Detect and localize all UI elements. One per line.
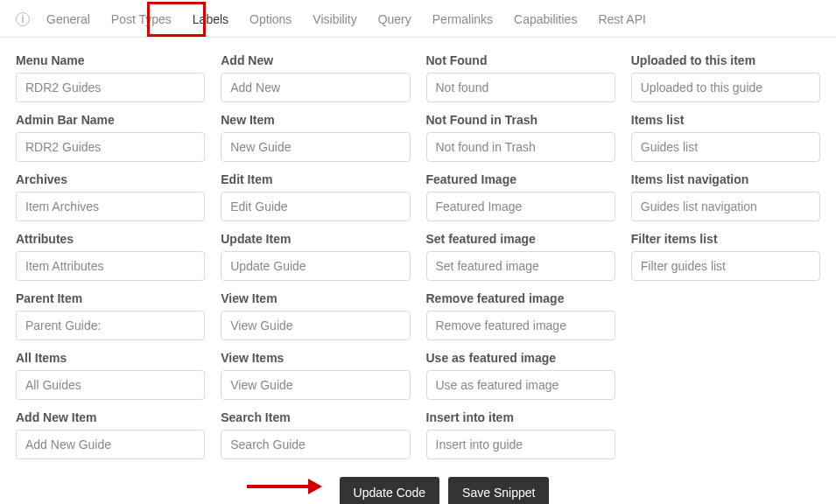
uploaded-to-label: Uploaded to this item	[631, 53, 820, 67]
archives-label: Archives	[16, 172, 205, 186]
archives-input[interactable]	[16, 192, 205, 221]
save-snippet-button[interactable]: Save Snippet	[448, 477, 549, 504]
column-2: Add New New Item Edit Item Update Item V…	[221, 53, 410, 470]
menu-name-label: Menu Name	[16, 53, 205, 67]
not-found-input[interactable]	[426, 73, 615, 102]
use-featured-input[interactable]	[426, 370, 615, 400]
view-item-input[interactable]	[221, 311, 410, 340]
remove-featured-label: Remove featured image	[426, 291, 615, 305]
update-item-input[interactable]	[221, 251, 410, 281]
action-buttons: Update Code Save Snippet	[16, 477, 820, 504]
update-item-label: Update Item	[221, 232, 410, 246]
admin-bar-name-input[interactable]	[16, 132, 205, 162]
view-items-label: View Items	[221, 351, 410, 365]
all-items-input[interactable]	[16, 370, 205, 400]
tab-general[interactable]: General	[39, 7, 98, 32]
column-4: Uploaded to this item Items list Items l…	[631, 53, 820, 470]
admin-bar-name-label: Admin Bar Name	[16, 113, 205, 127]
parent-item-input[interactable]	[16, 311, 205, 340]
use-featured-label: Use as featured image	[426, 351, 615, 365]
add-new-label: Add New	[221, 53, 410, 67]
add-new-item-label: Add New Item	[16, 410, 205, 424]
attributes-input[interactable]	[16, 251, 205, 281]
tab-visibility[interactable]: Visibility	[305, 7, 364, 32]
search-item-label: Search Item	[221, 410, 410, 424]
edit-item-input[interactable]	[221, 192, 410, 221]
view-items-input[interactable]	[221, 370, 410, 400]
labels-form: Menu Name Admin Bar Name Archives Attrib…	[0, 38, 836, 504]
featured-image-label: Featured Image	[426, 172, 615, 186]
not-found-label: Not Found	[426, 53, 615, 67]
search-item-input[interactable]	[221, 430, 410, 459]
items-list-nav-label: Items list navigation	[631, 172, 820, 186]
tab-query[interactable]: Query	[370, 7, 419, 32]
tab-rest-api[interactable]: Rest API	[590, 7, 653, 32]
all-items-label: All Items	[16, 351, 205, 365]
not-found-trash-input[interactable]	[426, 132, 615, 162]
parent-item-label: Parent Item	[16, 291, 205, 305]
tab-capabilities[interactable]: Capabilities	[506, 7, 585, 32]
tabs-bar: i General Post Types Labels Options Visi…	[0, 0, 836, 38]
tab-permalinks[interactable]: Permalinks	[425, 7, 501, 32]
set-featured-input[interactable]	[426, 251, 615, 281]
items-list-nav-input[interactable]	[631, 192, 820, 221]
not-found-trash-label: Not Found in Trash	[426, 113, 615, 127]
tab-labels[interactable]: Labels	[185, 7, 236, 32]
add-new-item-input[interactable]	[16, 430, 205, 459]
insert-into-input[interactable]	[426, 430, 615, 459]
filter-items-input[interactable]	[631, 251, 820, 281]
attributes-label: Attributes	[16, 232, 205, 246]
view-item-label: View Item	[221, 291, 410, 305]
insert-into-label: Insert into item	[426, 410, 615, 424]
new-item-input[interactable]	[221, 132, 410, 162]
column-3: Not Found Not Found in Trash Featured Im…	[426, 53, 615, 470]
new-item-label: New Item	[221, 113, 410, 127]
edit-item-label: Edit Item	[221, 172, 410, 186]
info-icon: i	[16, 12, 30, 26]
update-code-button[interactable]: Update Code	[340, 477, 440, 504]
featured-image-input[interactable]	[426, 192, 615, 221]
set-featured-label: Set featured image	[426, 232, 615, 246]
items-list-input[interactable]	[631, 132, 820, 162]
column-1: Menu Name Admin Bar Name Archives Attrib…	[16, 53, 205, 470]
tab-post-types[interactable]: Post Types	[103, 7, 179, 32]
remove-featured-input[interactable]	[426, 311, 615, 340]
tab-options[interactable]: Options	[242, 7, 299, 32]
items-list-label: Items list	[631, 113, 820, 127]
menu-name-input[interactable]	[16, 73, 205, 102]
add-new-input[interactable]	[221, 73, 410, 102]
uploaded-to-input[interactable]	[631, 73, 820, 102]
filter-items-label: Filter items list	[631, 232, 820, 246]
